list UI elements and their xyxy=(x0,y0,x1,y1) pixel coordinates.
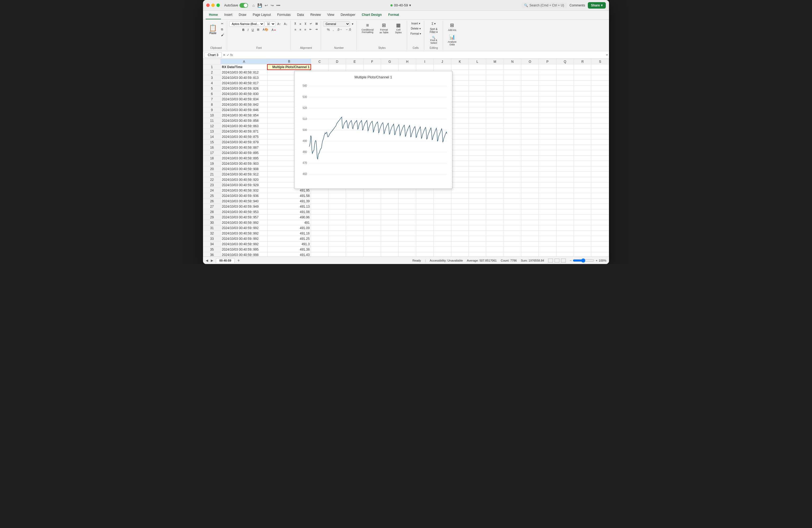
row-header[interactable]: 7 xyxy=(203,97,221,102)
cell-empty[interactable] xyxy=(486,70,504,75)
cell-empty[interactable] xyxy=(451,252,468,257)
find-select-button[interactable]: 🔍 Find &Select xyxy=(426,35,441,45)
cell-empty[interactable] xyxy=(504,134,521,140)
cell-empty[interactable] xyxy=(398,231,416,236)
cell-empty[interactable] xyxy=(398,215,416,220)
cell-empty[interactable] xyxy=(486,231,504,236)
col-header-o[interactable]: O xyxy=(521,59,538,65)
cell-empty[interactable] xyxy=(451,236,468,241)
row-header[interactable]: 21 xyxy=(203,172,221,177)
cell-empty[interactable] xyxy=(468,209,486,215)
cell-empty[interactable] xyxy=(451,75,468,81)
cell-empty[interactable] xyxy=(539,241,556,247)
cell-empty[interactable] xyxy=(521,177,538,183)
merge-button[interactable]: ⊠ xyxy=(314,21,319,26)
col-header-q[interactable]: Q xyxy=(556,59,574,65)
cell-empty[interactable] xyxy=(381,225,398,231)
cell-a8[interactable]: 2024/10/03 00:40:59::842 xyxy=(221,102,267,107)
cell-empty[interactable] xyxy=(486,183,504,188)
tab-page-layout[interactable]: Page Layout xyxy=(249,11,274,19)
chart-container[interactable]: Multiple Plots/Channel 1 540 530 520 510… xyxy=(294,71,452,189)
cell-empty[interactable] xyxy=(591,81,609,86)
cell-empty[interactable] xyxy=(363,65,381,70)
cell-empty[interactable] xyxy=(539,236,556,241)
cell-empty[interactable] xyxy=(311,247,328,252)
cell-empty[interactable] xyxy=(346,252,363,257)
cell-empty[interactable] xyxy=(556,118,574,124)
cell-empty[interactable] xyxy=(381,241,398,247)
cell-b33[interactable]: 491.25 xyxy=(267,236,311,241)
border-button[interactable]: ⊞ xyxy=(256,27,261,32)
cell-a31[interactable]: 2024/10/03 00:40:59::992 xyxy=(221,225,267,231)
percent-button[interactable]: % xyxy=(326,27,331,32)
cell-empty[interactable] xyxy=(468,199,486,204)
cell-empty[interactable] xyxy=(486,188,504,193)
cell-empty[interactable] xyxy=(504,81,521,86)
cell-empty[interactable] xyxy=(521,129,538,134)
cell-a5[interactable]: 2024/10/03 00:40:59::826 xyxy=(221,86,267,91)
cell-empty[interactable] xyxy=(381,231,398,236)
bold-button[interactable]: B xyxy=(241,27,246,32)
cell-empty[interactable] xyxy=(486,91,504,97)
row-header[interactable]: 26 xyxy=(203,199,221,204)
cell-empty[interactable] xyxy=(591,145,609,150)
indent-decrease-button[interactable]: ⇤ xyxy=(308,27,313,32)
cell-empty[interactable] xyxy=(556,252,574,257)
cell-empty[interactable] xyxy=(539,193,556,199)
cell-empty[interactable] xyxy=(591,161,609,166)
cell-a22[interactable]: 2024/10/03 00:40:59::920 xyxy=(221,177,267,183)
cell-empty[interactable] xyxy=(329,204,346,209)
cell-empty[interactable] xyxy=(346,220,363,225)
cell-empty[interactable] xyxy=(434,252,451,257)
cell-empty[interactable] xyxy=(486,209,504,215)
cell-empty[interactable] xyxy=(434,209,451,215)
cell-empty[interactable] xyxy=(451,70,468,75)
cell-empty[interactable] xyxy=(574,241,591,247)
cell-empty[interactable] xyxy=(504,150,521,156)
cell-empty[interactable] xyxy=(504,75,521,81)
cell-empty[interactable] xyxy=(556,145,574,150)
cell-empty[interactable] xyxy=(486,113,504,118)
cell-empty[interactable] xyxy=(468,231,486,236)
cell-empty[interactable] xyxy=(574,166,591,172)
cell-a30[interactable]: 2024/10/03 00:40:59::992 xyxy=(221,220,267,225)
cell-empty[interactable] xyxy=(468,118,486,124)
font-color-button[interactable]: A▬ xyxy=(270,27,277,32)
row-header[interactable]: 27 xyxy=(203,204,221,209)
cell-empty[interactable] xyxy=(521,166,538,172)
cell-empty[interactable] xyxy=(504,204,521,209)
cell-a1[interactable]: RX Date/Time xyxy=(221,65,267,70)
cell-b26[interactable]: 491.39 xyxy=(267,199,311,204)
cell-empty[interactable] xyxy=(504,172,521,177)
cell-empty[interactable] xyxy=(574,215,591,220)
cell-empty[interactable] xyxy=(591,241,609,247)
cell-empty[interactable] xyxy=(539,140,556,145)
cell-empty[interactable] xyxy=(521,145,538,150)
cell-empty[interactable] xyxy=(416,209,433,215)
format-as-table-button[interactable]: ⊞ Formatas Table xyxy=(377,21,391,35)
cell-empty[interactable] xyxy=(504,145,521,150)
cell-empty[interactable] xyxy=(434,220,451,225)
cut-button[interactable]: ✂ xyxy=(220,21,225,26)
cell-empty[interactable] xyxy=(521,161,538,166)
cell-empty[interactable] xyxy=(486,150,504,156)
cell-empty[interactable] xyxy=(556,231,574,236)
share-button[interactable]: Share ▾ xyxy=(588,2,606,9)
cell-empty[interactable] xyxy=(504,113,521,118)
cell-empty[interactable] xyxy=(591,134,609,140)
cell-empty[interactable] xyxy=(504,231,521,236)
cell-empty[interactable] xyxy=(381,209,398,215)
cell-empty[interactable] xyxy=(556,188,574,193)
cell-empty[interactable] xyxy=(398,204,416,209)
cell-empty[interactable] xyxy=(311,241,328,247)
cell-empty[interactable] xyxy=(451,150,468,156)
cell-empty[interactable] xyxy=(521,225,538,231)
cell-empty[interactable] xyxy=(504,252,521,257)
cell-empty[interactable] xyxy=(451,172,468,177)
cell-empty[interactable] xyxy=(451,204,468,209)
cell-empty[interactable] xyxy=(451,247,468,252)
cell-styles-button[interactable]: ▦ CellStyles xyxy=(392,21,405,35)
cell-a28[interactable]: 2024/10/03 00:40:59::953 xyxy=(221,209,267,215)
cell-empty[interactable] xyxy=(398,252,416,257)
tab-developer[interactable]: Developer xyxy=(337,11,359,19)
